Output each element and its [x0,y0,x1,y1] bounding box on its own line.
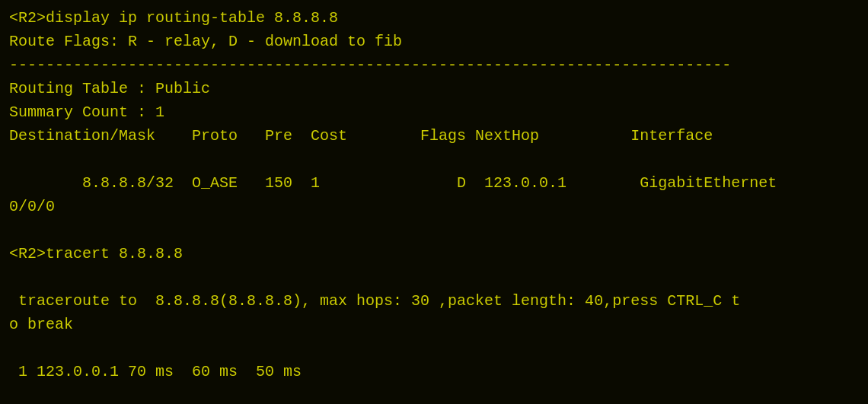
terminal-line-5: Summary Count : 1 [9,100,859,124]
terminal-line-1: <R2>display ip routing-table 8.8.8.8 [9,6,859,30]
terminal-line-7 [9,148,859,171]
terminal-line-4: Routing Table : Public [9,77,859,100]
terminal-line-8: 8.8.8.8/32 O_ASE 150 1 D 123.0.0.1 Gigab… [9,171,859,195]
terminal-line-16: 1 123.0.0.1 70 ms 60 ms 50 ms [9,360,859,383]
terminal-line-13: traceroute to 8.8.8.8(8.8.8.8), max hops… [9,289,859,313]
terminal-line-10 [9,218,859,242]
terminal-line-11: <R2>tracert 8.8.8.8 [9,242,859,266]
terminal-line-3: ----------------------------------------… [9,53,859,77]
terminal-line-14: o break [9,313,859,336]
terminal-line-2: Route Flags: R - relay, D - download to … [9,30,859,53]
terminal-line-15 [9,336,859,360]
terminal-line-6: Destination/Mask Proto Pre Cost Flags Ne… [9,124,859,148]
terminal-line-9: 0/0/0 [9,195,859,218]
terminal-line-12 [9,266,859,289]
terminal-line-17 [9,383,859,404]
terminal-window: <R2>display ip routing-table 8.8.8.8Rout… [9,6,859,398]
